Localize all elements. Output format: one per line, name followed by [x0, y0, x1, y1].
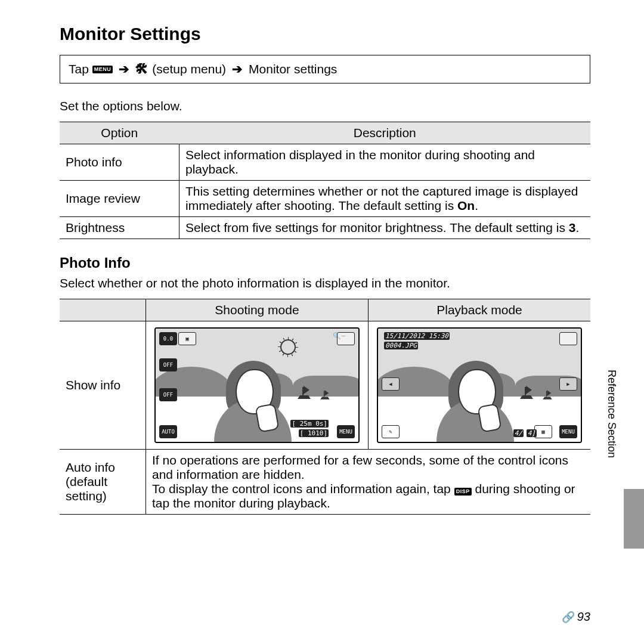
auto-icon: AUTO — [159, 425, 177, 438]
opt-brightness: Brightness — [60, 217, 179, 239]
opt-image-review: Image review — [60, 181, 179, 217]
play-file: 0004.JPG — [384, 342, 418, 349]
photo-info-heading: Photo Info — [60, 255, 590, 271]
auto-info-desc: If no operations are performed for a few… — [146, 450, 591, 515]
sun-icon — [280, 339, 296, 355]
nav-setup-text: (setup menu) — [152, 62, 226, 76]
link-icon: 🔗 — [562, 611, 575, 624]
menu-icon: MENU — [337, 425, 355, 438]
intro-text: Set the options below. — [60, 99, 590, 113]
time-remaining: [ 25m 0s] — [290, 420, 329, 428]
quality-icon: ▦ — [534, 425, 552, 438]
menu-icon: MENU — [92, 66, 113, 73]
page-title: Monitor Settings — [60, 24, 590, 44]
col-shooting: Shooting mode — [146, 299, 369, 321]
play-date: 15/11/2012 15:30 — [384, 332, 450, 340]
col-option: Option — [60, 122, 179, 144]
desc-image-review: This setting determines whether or not t… — [179, 181, 591, 217]
desc-brightness: Select from five settings for monitor br… — [179, 217, 591, 239]
playback-preview: 15/11/2012 15:30 0004.JPG ◀ ▶ ✎ MENU ▦ 4… — [377, 327, 582, 443]
col-description: Description — [179, 122, 591, 144]
photo-info-table: Shooting mode Playback mode Show info 0.… — [60, 299, 590, 515]
nav-prefix: Tap — [69, 62, 89, 76]
prev-icon: ◀ — [382, 377, 400, 391]
arrow-icon: ➔ — [119, 62, 129, 76]
boat-icon — [520, 386, 533, 399]
wrench-icon: 🛠 — [135, 61, 148, 77]
flash-off-icon: OFF — [159, 358, 177, 371]
ev-icon: 0.0 — [159, 332, 177, 345]
row-auto-info: Auto info (default setting) — [60, 450, 146, 515]
shots-remaining: [ 1010] — [299, 429, 329, 437]
shooting-preview: 0.0 ▣ 🔍─ OFF OFF AUTO [ 25m 0s] [ 1010] … — [154, 327, 360, 443]
blank-header — [60, 299, 146, 321]
boat-icon — [298, 386, 311, 399]
row-show-info: Show info — [60, 321, 146, 450]
person-illustration — [431, 358, 520, 443]
side-section-label: Reference Section — [605, 370, 618, 458]
menu-icon: MENU — [559, 425, 577, 438]
page-number: 🔗 93 — [562, 610, 590, 624]
lcd-shooting: 0.0 ▣ 🔍─ OFF OFF AUTO [ 25m 0s] [ 1010] … — [146, 321, 369, 450]
camera-icon: ▣ — [178, 332, 196, 345]
options-table: Option Description Photo info Select inf… — [60, 122, 590, 239]
timer-off-icon: OFF — [159, 388, 177, 401]
play-count: 4/ — [513, 429, 524, 437]
opt-photo-info: Photo info — [60, 144, 179, 181]
desc-photo-info: Select information displayed in the moni… — [179, 144, 591, 181]
photo-info-sub: Select whether or not the photo informat… — [60, 276, 590, 290]
nav-target: Monitor settings — [249, 62, 337, 76]
edit-icon: ✎ — [382, 425, 400, 438]
lcd-playback: 15/11/2012 15:30 0004.JPG ◀ ▶ ✎ MENU ▦ 4… — [369, 321, 591, 450]
disp-icon: DISP — [454, 488, 472, 496]
battery-icon — [337, 332, 355, 345]
arrow-icon: ➔ — [232, 62, 243, 76]
side-tab — [624, 489, 644, 549]
boat-icon — [543, 390, 552, 399]
col-playback: Playback mode — [369, 299, 591, 321]
next-icon: ▶ — [559, 377, 577, 391]
boat-icon — [320, 390, 329, 399]
person-illustration — [208, 358, 298, 443]
breadcrumb: Tap MENU ➔ 🛠 (setup menu) ➔ Monitor sett… — [60, 55, 590, 83]
play-total: 4] — [527, 429, 537, 437]
battery-icon — [559, 332, 577, 345]
